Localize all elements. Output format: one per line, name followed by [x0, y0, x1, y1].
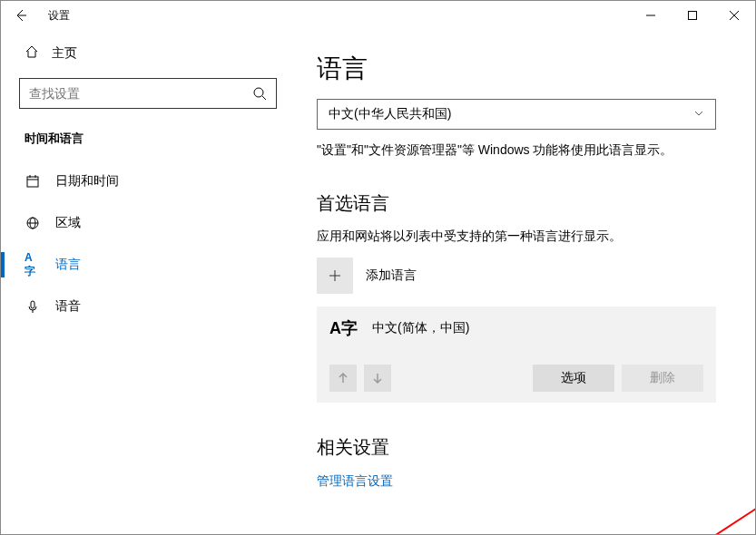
- preferred-languages-heading: 首选语言: [317, 191, 730, 216]
- close-icon: [730, 11, 739, 20]
- close-button[interactable]: [713, 1, 755, 30]
- move-up-button[interactable]: [329, 365, 357, 392]
- nav-label: 日期和时间: [55, 173, 119, 190]
- plus-icon: [317, 258, 353, 294]
- options-button[interactable]: 选项: [533, 365, 614, 392]
- window-title: 设置: [48, 8, 70, 24]
- add-language-button[interactable]: 添加语言: [317, 258, 730, 294]
- nav-item-datetime[interactable]: 日期和时间: [19, 163, 277, 199]
- svg-rect-2: [689, 12, 697, 20]
- arrow-left-icon: [14, 8, 28, 23]
- add-language-label: 添加语言: [366, 268, 417, 284]
- body: 主页 时间和语言 日期和时间 区域: [1, 30, 755, 534]
- search-icon: [243, 86, 276, 101]
- nav-item-region[interactable]: 区域: [19, 205, 277, 241]
- titlebar: 设置: [1, 1, 755, 30]
- back-button[interactable]: [1, 1, 41, 30]
- sidebar: 主页 时间和语言 日期和时间 区域: [1, 30, 291, 534]
- nav-label: 区域: [55, 215, 81, 231]
- nav-label: 语音: [55, 298, 81, 315]
- language-item-header: A字 中文(简体，中国): [329, 317, 703, 339]
- nav-group-title: 时间和语言: [19, 131, 277, 147]
- language-name: 中文(简体，中国): [372, 320, 469, 336]
- home-icon: [25, 44, 39, 62]
- home-link[interactable]: 主页: [19, 44, 277, 62]
- globe-icon: [25, 216, 41, 230]
- dropdown-value: 中文(中华人民共和国): [329, 106, 451, 122]
- search-box[interactable]: [19, 78, 277, 109]
- display-language-note: "设置"和"文件资源管理器"等 Windows 功能将使用此语言显示。: [317, 142, 730, 159]
- svg-line-6: [262, 96, 266, 100]
- arrow-down-icon: [371, 372, 384, 384]
- language-item[interactable]: A字 中文(简体，中国) 选项 删除: [317, 306, 716, 403]
- calendar-icon: [25, 174, 41, 189]
- maximize-button[interactable]: [672, 1, 713, 30]
- search-input[interactable]: [20, 79, 243, 108]
- page-title: 语言: [317, 52, 730, 86]
- delete-button[interactable]: 删除: [622, 365, 703, 392]
- home-label: 主页: [52, 45, 77, 62]
- move-down-button[interactable]: [364, 365, 391, 392]
- minimize-button[interactable]: [630, 1, 672, 30]
- nav-label: 语言: [55, 257, 81, 273]
- related-settings-heading: 相关设置: [317, 435, 730, 460]
- nav-item-speech[interactable]: 语音: [19, 288, 277, 325]
- microphone-icon: [25, 299, 41, 314]
- arrow-up-icon: [337, 372, 349, 384]
- minimize-icon: [646, 11, 655, 20]
- manage-language-settings-link[interactable]: 管理语言设置: [317, 473, 393, 490]
- svg-rect-14: [31, 301, 34, 308]
- preferred-languages-desc: 应用和网站将以列表中受支持的第一种语言进行显示。: [317, 229, 730, 245]
- chevron-down-icon: [693, 107, 704, 122]
- language-icon: A字: [25, 251, 41, 279]
- settings-window: 设置 主页 时间和语言: [0, 0, 756, 535]
- language-glyph-icon: A字: [329, 317, 358, 339]
- maximize-icon: [688, 11, 697, 20]
- language-item-actions: 选项 删除: [329, 365, 703, 392]
- main-content: 语言 中文(中华人民共和国) "设置"和"文件资源管理器"等 Windows 功…: [291, 30, 755, 534]
- display-language-dropdown[interactable]: 中文(中华人民共和国): [317, 99, 716, 130]
- svg-rect-7: [27, 177, 38, 187]
- nav-item-language[interactable]: A字 语言: [19, 247, 277, 283]
- svg-point-5: [254, 88, 263, 97]
